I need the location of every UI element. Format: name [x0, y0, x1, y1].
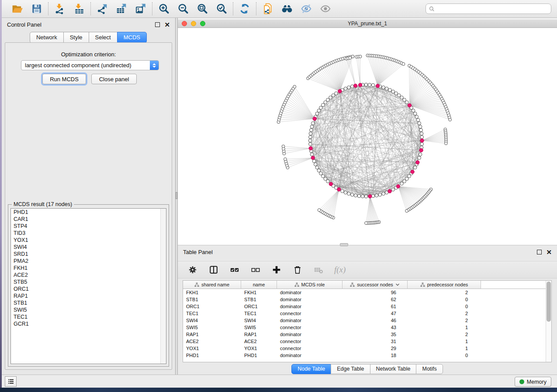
dominator-node[interactable] — [416, 161, 419, 164]
network-window-titlebar[interactable]: YPA_prune.txt_1 — [178, 20, 557, 28]
ring-node[interactable] — [397, 94, 401, 97]
dominator-node[interactable] — [388, 189, 391, 193]
satellite-node[interactable] — [359, 55, 362, 58]
satellite-node[interactable] — [405, 210, 408, 213]
ring-node[interactable] — [309, 135, 312, 139]
ring-node[interactable] — [361, 195, 364, 198]
column-header-successor-nodes[interactable]: successor nodes — [343, 281, 408, 289]
ring-node[interactable] — [419, 125, 422, 128]
dominator-node[interactable] — [408, 103, 411, 107]
dominator-node[interactable] — [368, 195, 372, 198]
export-network-icon[interactable] — [96, 3, 108, 15]
ring-node[interactable] — [420, 132, 423, 135]
network-graph[interactable] — [178, 28, 557, 245]
dominator-node[interactable] — [311, 156, 315, 159]
column-header-name[interactable]: name — [241, 281, 277, 289]
result-node[interactable]: STP4 — [11, 223, 166, 230]
tab-network[interactable]: Network — [30, 32, 64, 43]
ring-node[interactable] — [335, 92, 338, 95]
delete-row-icon[interactable] — [292, 265, 303, 275]
column-header-shared-name[interactable]: shared name — [183, 281, 241, 289]
ring-node[interactable] — [347, 86, 351, 89]
ring-node[interactable] — [314, 163, 317, 166]
ring-node[interactable] — [385, 87, 388, 90]
dominator-node[interactable] — [338, 89, 342, 93]
column-header-MCDS-role[interactable]: MCDS role — [277, 281, 343, 289]
zoom-fit-icon[interactable] — [196, 3, 208, 15]
ring-node[interactable] — [382, 192, 385, 196]
ring-node[interactable] — [391, 90, 395, 93]
dominator-node[interactable] — [396, 185, 400, 188]
tab-select[interactable]: Select — [89, 32, 118, 43]
ring-node[interactable] — [332, 94, 335, 97]
table-row[interactable]: STB1STB1dominator620 — [183, 296, 551, 303]
ring-node[interactable] — [400, 182, 404, 186]
ring-node[interactable] — [418, 156, 421, 160]
table-scrollbar[interactable] — [546, 281, 551, 362]
search-box[interactable] — [426, 3, 551, 14]
satellite-node[interactable] — [284, 158, 287, 161]
splitter-grip[interactable] — [176, 192, 177, 199]
close-panel-icon[interactable]: ✕ — [546, 250, 552, 254]
result-node[interactable]: FKH1 — [11, 265, 166, 272]
ring-node[interactable] — [350, 193, 354, 196]
ring-node[interactable] — [382, 86, 385, 89]
ring-node[interactable] — [310, 125, 314, 128]
dominator-node[interactable] — [411, 170, 414, 173]
mcds-result-list[interactable]: PHD1CAR1STP4TID3YOX1SWI4SRD1PMA2FKH1ACE2… — [10, 208, 166, 364]
satellite-node[interactable] — [445, 142, 448, 145]
table-row[interactable]: YOX1YOX1connector291 — [183, 345, 551, 352]
ring-node[interactable] — [322, 175, 325, 178]
horizontal-splitter-grip[interactable] — [340, 243, 348, 246]
ring-node[interactable] — [415, 115, 419, 119]
criterion-select[interactable]: largest connected component (undirected) — [21, 60, 159, 70]
satellite-node[interactable] — [402, 62, 405, 65]
export-table-icon[interactable] — [115, 3, 128, 15]
ring-node[interactable] — [344, 191, 347, 194]
ring-node[interactable] — [405, 101, 409, 104]
ring-node[interactable] — [419, 153, 422, 156]
ring-node[interactable] — [319, 106, 323, 110]
ring-node[interactable] — [378, 193, 382, 196]
ring-node[interactable] — [420, 142, 424, 146]
column-layout-icon[interactable] — [208, 265, 219, 275]
ring-node[interactable] — [375, 194, 378, 197]
memory-button[interactable]: Memory — [515, 377, 551, 387]
zoom-out-icon[interactable] — [177, 3, 189, 15]
result-list-scrollbar[interactable] — [160, 209, 166, 364]
ring-node[interactable] — [394, 92, 398, 95]
ring-node[interactable] — [317, 109, 321, 113]
ring-node[interactable] — [388, 88, 392, 92]
satellite-node[interactable] — [449, 118, 452, 121]
ring-node[interactable] — [315, 112, 319, 116]
table-row[interactable]: PHD1PHD1dominator180 — [183, 352, 551, 359]
ring-node[interactable] — [309, 132, 312, 135]
ring-node[interactable] — [309, 142, 312, 146]
dominator-node[interactable] — [313, 117, 316, 120]
ring-node[interactable] — [310, 153, 314, 156]
network-canvas[interactable] — [178, 28, 557, 245]
table-settings-icon[interactable] — [187, 265, 198, 275]
zoom-selected-icon[interactable] — [215, 3, 228, 15]
dominator-node[interactable] — [353, 84, 357, 87]
ring-node[interactable] — [329, 96, 332, 100]
dominator-node[interactable] — [337, 188, 341, 191]
table-row[interactable]: FKH1FKH1dominator962 — [183, 289, 551, 296]
ring-node[interactable] — [319, 172, 323, 175]
ring-node[interactable] — [416, 118, 420, 122]
dominator-node[interactable] — [358, 83, 362, 87]
satellite-node[interactable] — [349, 56, 352, 59]
result-node[interactable]: STB1 — [11, 299, 166, 306]
ring-node[interactable] — [311, 122, 315, 125]
result-node[interactable]: STB5 — [11, 279, 166, 285]
save-session-icon[interactable] — [31, 3, 43, 15]
export-image-icon[interactable] — [135, 3, 147, 15]
ring-node[interactable] — [413, 166, 417, 169]
result-node[interactable]: GCR1 — [11, 320, 166, 327]
tab-style[interactable]: Style — [63, 32, 89, 43]
table-row[interactable]: TEC1TEC1connector472 — [183, 310, 551, 317]
ring-node[interactable] — [344, 87, 347, 90]
ring-node[interactable] — [315, 166, 319, 169]
table-row[interactable]: ACE2ACE2connector311 — [183, 338, 551, 345]
run-mcds-button[interactable]: Run MCDS — [42, 74, 86, 84]
